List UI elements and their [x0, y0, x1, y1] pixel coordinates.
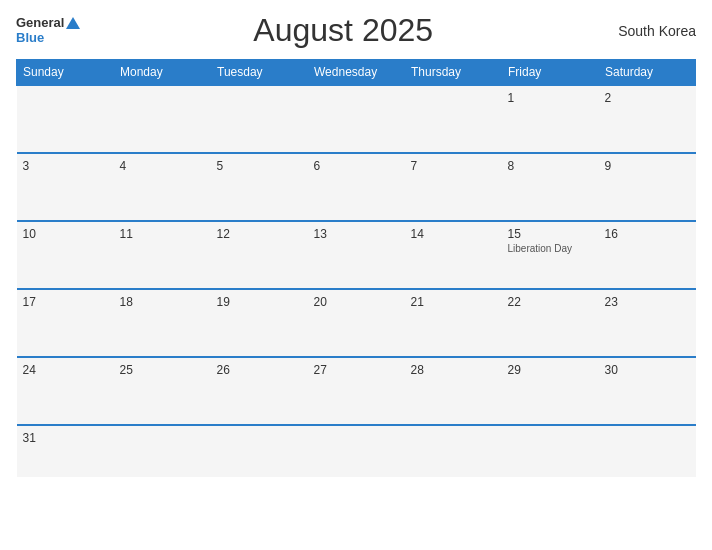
calendar-day-cell: 11	[114, 221, 211, 289]
calendar-page: General Blue August 2025 South Korea Sun…	[0, 0, 712, 550]
day-number: 27	[314, 363, 399, 377]
calendar-day-cell: 7	[405, 153, 502, 221]
calendar-day-cell: 5	[211, 153, 308, 221]
calendar-day-cell	[502, 425, 599, 477]
header: General Blue August 2025 South Korea	[16, 12, 696, 49]
calendar-week-row: 101112131415Liberation Day16	[17, 221, 696, 289]
calendar-day-cell: 22	[502, 289, 599, 357]
calendar-day-cell: 2	[599, 85, 696, 153]
calendar-day-cell: 24	[17, 357, 114, 425]
day-number: 28	[411, 363, 496, 377]
calendar-day-cell: 23	[599, 289, 696, 357]
calendar-day-cell: 20	[308, 289, 405, 357]
calendar-day-cell: 1	[502, 85, 599, 153]
calendar-day-cell: 16	[599, 221, 696, 289]
day-number: 15	[508, 227, 593, 241]
day-number: 20	[314, 295, 399, 309]
calendar-day-cell: 10	[17, 221, 114, 289]
calendar-day-cell: 15Liberation Day	[502, 221, 599, 289]
day-number: 30	[605, 363, 690, 377]
day-number: 11	[120, 227, 205, 241]
day-number: 21	[411, 295, 496, 309]
day-number: 19	[217, 295, 302, 309]
calendar-day-cell	[308, 85, 405, 153]
day-number: 18	[120, 295, 205, 309]
calendar-day-cell	[114, 425, 211, 477]
day-number: 12	[217, 227, 302, 241]
calendar-day-cell: 18	[114, 289, 211, 357]
day-number: 23	[605, 295, 690, 309]
month-title: August 2025	[80, 12, 606, 49]
day-number: 26	[217, 363, 302, 377]
calendar-day-cell: 8	[502, 153, 599, 221]
day-number: 1	[508, 91, 593, 105]
logo: General Blue	[16, 16, 80, 45]
day-number: 29	[508, 363, 593, 377]
calendar-table: Sunday Monday Tuesday Wednesday Thursday…	[16, 59, 696, 477]
calendar-day-cell: 4	[114, 153, 211, 221]
day-number: 17	[23, 295, 108, 309]
day-number: 31	[23, 431, 108, 445]
calendar-day-cell: 17	[17, 289, 114, 357]
calendar-day-cell	[405, 85, 502, 153]
day-number: 4	[120, 159, 205, 173]
calendar-day-cell: 25	[114, 357, 211, 425]
day-number: 9	[605, 159, 690, 173]
calendar-day-cell	[599, 425, 696, 477]
calendar-day-cell: 19	[211, 289, 308, 357]
calendar-week-row: 31	[17, 425, 696, 477]
calendar-day-cell	[308, 425, 405, 477]
day-number: 22	[508, 295, 593, 309]
calendar-day-cell	[114, 85, 211, 153]
header-friday: Friday	[502, 60, 599, 86]
day-number: 8	[508, 159, 593, 173]
day-number: 14	[411, 227, 496, 241]
header-monday: Monday	[114, 60, 211, 86]
calendar-day-cell	[17, 85, 114, 153]
day-number: 25	[120, 363, 205, 377]
calendar-day-cell: 26	[211, 357, 308, 425]
weekday-header-row: Sunday Monday Tuesday Wednesday Thursday…	[17, 60, 696, 86]
calendar-day-cell: 3	[17, 153, 114, 221]
calendar-week-row: 3456789	[17, 153, 696, 221]
day-event-label: Liberation Day	[508, 243, 593, 254]
country-label: South Korea	[606, 23, 696, 39]
day-number: 2	[605, 91, 690, 105]
calendar-day-cell	[211, 85, 308, 153]
header-tuesday: Tuesday	[211, 60, 308, 86]
calendar-day-cell: 30	[599, 357, 696, 425]
calendar-day-cell: 6	[308, 153, 405, 221]
calendar-day-cell: 31	[17, 425, 114, 477]
day-number: 24	[23, 363, 108, 377]
calendar-day-cell: 9	[599, 153, 696, 221]
day-number: 3	[23, 159, 108, 173]
logo-general-text: General	[16, 16, 80, 30]
day-number: 10	[23, 227, 108, 241]
header-saturday: Saturday	[599, 60, 696, 86]
header-wednesday: Wednesday	[308, 60, 405, 86]
calendar-day-cell: 21	[405, 289, 502, 357]
calendar-day-cell	[211, 425, 308, 477]
calendar-day-cell: 29	[502, 357, 599, 425]
calendar-day-cell: 14	[405, 221, 502, 289]
calendar-day-cell: 28	[405, 357, 502, 425]
day-number: 7	[411, 159, 496, 173]
calendar-week-row: 24252627282930	[17, 357, 696, 425]
calendar-day-cell: 13	[308, 221, 405, 289]
day-number: 6	[314, 159, 399, 173]
calendar-day-cell: 12	[211, 221, 308, 289]
calendar-week-row: 17181920212223	[17, 289, 696, 357]
day-number: 16	[605, 227, 690, 241]
logo-blue-text: Blue	[16, 31, 44, 45]
logo-triangle-icon	[66, 17, 80, 29]
day-number: 5	[217, 159, 302, 173]
header-thursday: Thursday	[405, 60, 502, 86]
day-number: 13	[314, 227, 399, 241]
calendar-week-row: 12	[17, 85, 696, 153]
calendar-day-cell	[405, 425, 502, 477]
calendar-day-cell: 27	[308, 357, 405, 425]
header-sunday: Sunday	[17, 60, 114, 86]
